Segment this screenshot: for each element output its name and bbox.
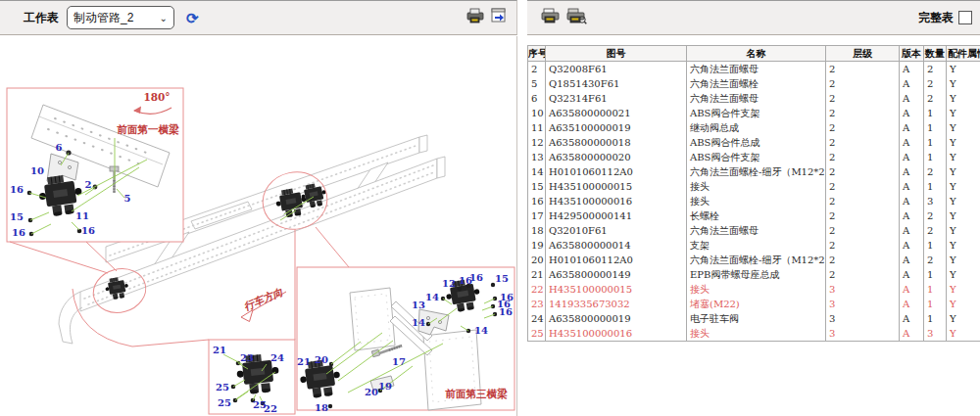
table-row[interactable]: 15H435100000015接头2A1Y xyxy=(528,179,980,194)
parts-table: 序号图号名称层级版本数量配件属性 2Q32008F61六角法兰面螺母2A2Y5Q… xyxy=(527,45,980,342)
table-row[interactable]: 18Q32010F61六角法兰面螺母2A2Y xyxy=(528,223,980,238)
front-beam-3-label: 前面第三横梁 xyxy=(445,388,509,399)
column-header[interactable]: 名称 xyxy=(687,46,826,62)
callout-number: 25 xyxy=(216,382,229,393)
worksheet-dropdown[interactable]: 制动管路_2 ⌄ xyxy=(67,6,174,29)
table-row[interactable]: 17H429500000141长螺栓2A2Y xyxy=(528,208,980,223)
front-beam-1-label: 前面第一横梁 xyxy=(117,123,180,135)
callout-number: 14 xyxy=(474,325,488,336)
parts-table-header: 序号图号名称层级版本数量配件属性 xyxy=(528,46,980,62)
table-row[interactable]: 2Q32008F61六角法兰面螺母2A2Y xyxy=(528,62,980,77)
callout-number: 16 xyxy=(469,272,483,283)
refresh-icon[interactable]: ⟳ xyxy=(186,11,199,25)
worksheet-dropdown-value: 制动管路_2 xyxy=(74,10,133,26)
column-header[interactable]: 序号 xyxy=(528,46,546,62)
callout-number: 21 xyxy=(213,345,226,355)
left-toolbar: 工作表 制动管路_2 ⌄ ⟳ xyxy=(0,0,517,35)
drive-direction-label: 行车方向 xyxy=(242,285,285,312)
print-setup-icon[interactable] xyxy=(466,8,485,27)
callout-number: 16 xyxy=(10,184,24,195)
callout-number: 19 xyxy=(378,381,392,392)
column-header[interactable]: 版本 xyxy=(900,46,924,62)
callout-number: 14 xyxy=(412,317,425,328)
callout-number: 12 xyxy=(442,278,456,289)
column-header[interactable]: 层级 xyxy=(826,46,900,62)
table-row[interactable]: 6Q32314F61六角法兰面螺母2A2Y xyxy=(528,91,980,106)
table-row[interactable]: 5Q1851430F61六角法兰面螺栓2A2Y xyxy=(528,76,980,91)
callout-number: 18 xyxy=(315,402,328,413)
table-row[interactable]: 20H0101060112A0六角法兰面螺栓-细牙（M12*25）2A2Y xyxy=(528,253,980,267)
callout-number: 16 xyxy=(499,306,513,317)
callout-number: 10 xyxy=(30,165,44,176)
callout-number: 24 xyxy=(270,352,284,363)
column-header[interactable]: 图号 xyxy=(546,46,687,62)
table-row[interactable]: 22H435100000015接头3A1Y xyxy=(528,282,980,297)
callout-number: 15 xyxy=(10,211,24,222)
callout-number: 17 xyxy=(392,356,406,367)
table-row[interactable]: 231419335673032堵塞(M22)3A1Y xyxy=(528,297,980,311)
callout-number: 5 xyxy=(124,193,131,204)
print-icon[interactable] xyxy=(541,8,561,28)
callout-number: 11 xyxy=(75,210,89,221)
callout-number: 14 xyxy=(425,292,439,302)
table-row[interactable]: 12A635800000018ABS阀合件总成2A1Y xyxy=(528,135,980,150)
table-row[interactable]: 10A635800000021ABS阀合件支架2A1Y xyxy=(528,106,980,120)
brake-line-diagram: 6102516151116162123242525252212161615161… xyxy=(0,36,517,416)
callout-number: 6 xyxy=(56,142,63,153)
callout-number: 13 xyxy=(412,300,425,310)
table-row[interactable]: 19A635800000014支架2A1Y xyxy=(528,238,980,253)
diagram-panel: 6102516151116162123242525252212161615161… xyxy=(0,36,517,416)
column-header[interactable]: 数量 xyxy=(924,46,947,62)
table-row[interactable]: 14H0101060112A0六角法兰面螺栓-细牙（M12*25）2A2Y xyxy=(528,164,980,179)
print-preview-icon[interactable] xyxy=(566,8,587,28)
table-row[interactable]: 21A635800000149EPB阀带螺母座总成2A1Y xyxy=(528,267,980,282)
table-row[interactable]: 16H435100000016接头2A3Y xyxy=(528,194,980,208)
chevron-down-icon: ⌄ xyxy=(160,13,168,23)
callout-number: 16 xyxy=(12,227,25,238)
callout-number: 23 xyxy=(240,352,254,363)
table-row[interactable]: 13A635800000020ABS阀合件支架2A1Y xyxy=(528,150,980,164)
callout-number: 16 xyxy=(81,225,95,236)
callout-number: 21 xyxy=(297,356,311,367)
callout-number: 25 xyxy=(218,397,231,408)
complete-table-checkbox[interactable] xyxy=(958,11,972,24)
rotation-label: 180° xyxy=(143,91,170,103)
table-row[interactable]: 24A635800000019电子驻车阀3A1Y xyxy=(528,311,980,326)
callout-number: 20 xyxy=(365,387,378,397)
column-header[interactable]: 配件属性 xyxy=(947,46,980,62)
worksheet-label: 工作表 xyxy=(24,10,59,26)
right-toolbar: 完整表 xyxy=(527,0,980,35)
parts-table-body: 2Q32008F61六角法兰面螺母2A2Y5Q1851430F61六角法兰面螺栓… xyxy=(528,62,980,342)
table-row[interactable]: 25H435100000016接头3A3Y xyxy=(528,326,980,342)
parts-table-panel: 序号图号名称层级版本数量配件属性 2Q32008F61六角法兰面螺母2A2Y5Q… xyxy=(527,45,980,416)
callout-number: 20 xyxy=(315,354,328,365)
callout-number: 2 xyxy=(85,179,92,190)
callout-number: 15 xyxy=(495,273,509,284)
open-new-window-icon[interactable] xyxy=(491,8,507,27)
table-row[interactable]: 11A635100000019继动阀总成2A1Y xyxy=(528,120,980,135)
complete-table-label: 完整表 xyxy=(918,10,954,26)
callout-number: 22 xyxy=(264,403,277,414)
